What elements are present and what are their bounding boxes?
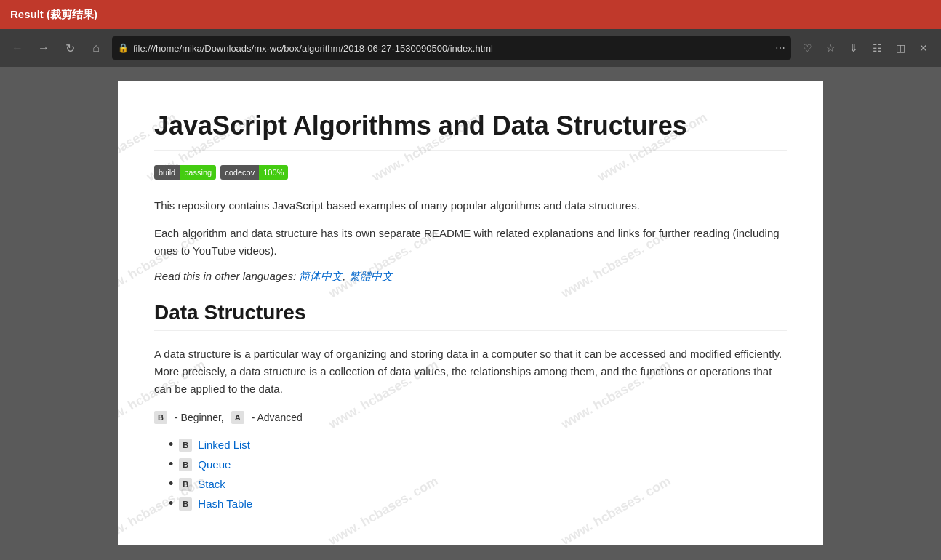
data-structures-heading: Data Structures xyxy=(154,301,787,331)
lang-simplified-chinese[interactable]: 简体中文 xyxy=(299,270,343,282)
forward-button[interactable]: → xyxy=(33,38,54,58)
sidebar-icon[interactable]: ◫ xyxy=(890,38,910,58)
queue-link[interactable]: Queue xyxy=(198,458,231,471)
lock-icon: 🔒 xyxy=(118,43,129,53)
list-item: B Stack xyxy=(169,476,787,492)
bookmark-icon[interactable]: ☆ xyxy=(820,38,841,58)
beginner-label: - Beginner, xyxy=(175,412,224,423)
beginner-badge: B xyxy=(154,411,167,424)
build-badge-status: passing xyxy=(180,165,216,180)
description-2: Each algorithm and data structure has it… xyxy=(154,225,787,260)
page-container: www. hcbases. com www. hcbases. com www.… xyxy=(118,81,823,545)
title-bar-label: Result (裁剪结果) xyxy=(10,8,97,22)
badges-container: build passing codecov 100% xyxy=(154,165,787,180)
list-item: B Linked List xyxy=(169,437,787,452)
home-button[interactable]: ⌂ xyxy=(86,38,106,58)
queue-badge: B xyxy=(179,458,192,471)
codecov-badge-value: 100% xyxy=(259,165,288,180)
stack-link[interactable]: Stack xyxy=(198,478,225,490)
legend: B - Beginner, A - Advanced xyxy=(154,411,787,424)
hash-table-badge: B xyxy=(179,497,192,511)
reader-view-icon[interactable]: ☷ xyxy=(867,38,887,58)
list-item: B Hash Table xyxy=(169,496,787,511)
url-input[interactable] xyxy=(133,43,771,54)
refresh-button[interactable]: ↻ xyxy=(60,38,80,58)
list-item: B Queue xyxy=(169,457,787,472)
advanced-label: - Advanced xyxy=(252,412,303,423)
stack-badge: B xyxy=(179,478,192,491)
browser-content: www. hcbases. com www. hcbases. com www.… xyxy=(0,67,941,560)
data-structures-description: A data structure is a particular way of … xyxy=(154,345,787,398)
address-bar: 🔒 ⋯ xyxy=(112,36,791,60)
more-options-icon[interactable]: ⋯ xyxy=(775,42,785,54)
browser-actions: ♡ ☆ ⇓ ☷ ◫ ✕ xyxy=(797,38,934,58)
linked-list-link[interactable]: Linked List xyxy=(198,439,250,451)
read-languages-prefix: Read this in other languages: xyxy=(154,270,296,282)
lang-traditional-chinese[interactable]: 繁體中文 xyxy=(349,270,393,282)
build-badge-label: build xyxy=(154,165,180,180)
hash-table-link[interactable]: Hash Table xyxy=(198,497,252,510)
page-title: JavaScript Algorithms and Data Structure… xyxy=(154,111,787,151)
build-badge: build passing xyxy=(154,165,216,180)
ds-list: B Linked List B Queue B Stack B Hash Tab… xyxy=(154,437,787,511)
title-bar: Result (裁剪结果) xyxy=(0,0,941,29)
codecov-badge-label: codecov xyxy=(220,165,259,180)
browser-chrome: ← → ↻ ⌂ 🔒 ⋯ ♡ ☆ ⇓ ☷ ◫ ✕ xyxy=(0,29,941,67)
advanced-badge: A xyxy=(231,411,244,424)
pocket-icon[interactable]: ♡ xyxy=(797,38,817,58)
linked-list-badge: B xyxy=(179,439,192,452)
download-icon[interactable]: ⇓ xyxy=(844,38,864,58)
read-languages: Read this in other languages: 简体中文, 繁體中文 xyxy=(154,270,787,284)
close-icon[interactable]: ✕ xyxy=(913,38,934,58)
description-1: This repository contains JavaScript base… xyxy=(154,197,787,215)
codecov-badge: codecov 100% xyxy=(220,165,288,180)
back-button[interactable]: ← xyxy=(7,38,28,58)
